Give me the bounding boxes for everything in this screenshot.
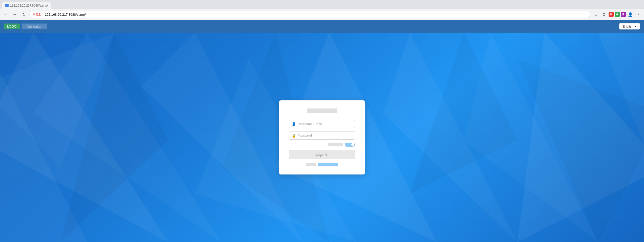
tab-favicon xyxy=(5,4,9,7)
app-header: LOGO Navigation English ▾ xyxy=(0,20,644,33)
browser-toolbar: ← → ↻ 不安全 | 192.168.20.217:8088/samp/ ☆ … xyxy=(0,9,644,20)
password-input[interactable] xyxy=(289,131,355,140)
username-wrapper: 👤 xyxy=(289,120,355,128)
svg-marker-13 xyxy=(0,33,114,167)
svg-marker-2 xyxy=(34,33,222,242)
menu-icon[interactable]: ⋮ xyxy=(635,11,642,18)
login-button[interactable]: Login In xyxy=(289,150,355,159)
back-button[interactable]: ← xyxy=(2,11,9,18)
tab-label: 192.168.20.217:8088/samp/ xyxy=(10,4,48,7)
settings-icon[interactable]: ⚙ xyxy=(600,11,608,18)
app-logo-tab[interactable]: LOGO xyxy=(4,24,20,29)
password-wrapper: 🔒 xyxy=(289,131,355,140)
svg-marker-14 xyxy=(518,59,644,242)
url-separator: | xyxy=(42,13,43,16)
security-indicator: 不安全 xyxy=(33,13,41,16)
svg-marker-10 xyxy=(60,33,168,242)
active-tab[interactable]: 192.168.20.217:8088/samp/ xyxy=(2,2,51,9)
bookmark-icon[interactable]: ☆ xyxy=(592,11,599,18)
svg-marker-1 xyxy=(0,33,168,242)
extension-icon-2[interactable]: G xyxy=(615,12,620,17)
register-row xyxy=(289,163,355,166)
extension-icon-1[interactable]: M xyxy=(609,12,614,17)
app-nav-text[interactable]: Navigation xyxy=(22,24,47,29)
lang-label: English xyxy=(622,25,633,28)
register-prefix xyxy=(306,163,316,166)
forward-button[interactable]: → xyxy=(11,11,18,18)
account-icon[interactable]: 👤 xyxy=(627,11,634,18)
remember-toggle[interactable] xyxy=(345,143,355,147)
register-link[interactable] xyxy=(318,163,338,166)
svg-marker-12 xyxy=(410,33,518,194)
svg-marker-0 xyxy=(0,33,87,242)
lang-arrow-icon: ▾ xyxy=(635,25,637,28)
remember-row xyxy=(289,143,355,147)
svg-marker-3 xyxy=(141,33,303,242)
tab-bar: 192.168.20.217:8088/samp/ xyxy=(0,0,644,9)
login-title-placeholder xyxy=(307,108,337,113)
svg-marker-6 xyxy=(383,33,517,242)
browser-chrome: 192.168.20.217:8088/samp/ ← → ↻ 不安全 | 19… xyxy=(0,0,644,20)
address-bar[interactable]: 不安全 | 192.168.20.217:8088/samp/ xyxy=(29,11,590,18)
lock-icon: 🔒 xyxy=(292,134,296,138)
svg-marker-8 xyxy=(518,33,644,242)
reload-button[interactable]: ↻ xyxy=(20,11,27,18)
login-title-area xyxy=(289,108,355,114)
remember-label xyxy=(328,143,343,146)
url-text[interactable]: 192.168.20.217:8088/samp/ xyxy=(45,13,587,16)
page-background: 👤 🔒 Login In xyxy=(0,33,644,242)
login-card: 👤 🔒 Login In xyxy=(279,100,365,174)
svg-marker-9 xyxy=(598,33,644,194)
user-icon: 👤 xyxy=(292,122,296,126)
username-input[interactable] xyxy=(289,120,355,128)
extension-icon-3[interactable]: E xyxy=(621,12,626,17)
svg-marker-7 xyxy=(464,33,598,242)
language-selector[interactable]: English ▾ xyxy=(619,23,640,30)
toolbar-icons: ☆ ⚙ M G E 👤 ⋮ xyxy=(592,11,642,18)
